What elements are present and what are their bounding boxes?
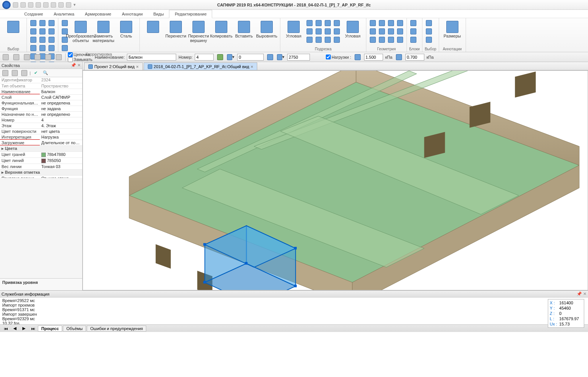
close-tab-icon[interactable]: × — [251, 64, 253, 69]
render-mode-icon[interactable]: ▾ — [227, 53, 235, 61]
undo-icon[interactable] — [43, 2, 48, 8]
property-row[interactable]: Идентификатор2324 — [0, 77, 82, 83]
ribbon-transform-button[interactable]: Преобразовать объекты — [70, 19, 92, 45]
number-input[interactable] — [195, 54, 214, 61]
ribbon-rect3-icon[interactable] — [47, 36, 56, 44]
property-row[interactable]: Цвет поверхностинет цвета — [0, 128, 82, 134]
mode-spline-icon[interactable] — [23, 53, 31, 61]
height-input[interactable] — [287, 54, 310, 61]
menu-tab-Создание[interactable]: Создание — [19, 10, 48, 18]
ribbon-fill2-icon[interactable] — [47, 44, 56, 52]
ribbon-Блоки-0-2-icon[interactable] — [409, 36, 418, 44]
az-view-icon[interactable] — [11, 69, 19, 77]
property-row[interactable]: НаименованиеБалкон — [0, 89, 82, 94]
link-height-icon[interactable] — [266, 53, 274, 61]
app-logo[interactable] — [2, 1, 11, 9]
ribbon-Выбор-0-2-icon[interactable] — [425, 36, 433, 44]
ribbon-angle-button[interactable]: Угловая — [283, 19, 305, 45]
ribbon-Геометрия-0-0-icon[interactable] — [369, 19, 377, 27]
property-row[interactable]: Функцияне задана — [0, 106, 82, 111]
log-next-icon[interactable]: ▶ — [20, 324, 28, 333]
ribbon-materials-button[interactable]: Заменить материалы — [92, 19, 114, 45]
properties-grid[interactable]: Идентификатор2324Тип объектаПространство… — [0, 77, 82, 178]
ribbon-Геометрия-2-2-icon[interactable] — [387, 36, 395, 44]
ribbon-Геометрия-1-0-icon[interactable] — [378, 19, 386, 27]
property-row[interactable]: Этаж4. Этаж — [0, 123, 82, 128]
cat-view-icon[interactable] — [1, 69, 9, 77]
filter-icon[interactable] — [20, 69, 28, 77]
property-row[interactable]: СлойСлой САПФИР — [0, 94, 82, 100]
view-tab[interactable]: 2018_04-02-П-1_[P]_7_AP_KP_RF_ifc:Общий … — [144, 62, 258, 70]
redo-icon[interactable] — [51, 2, 56, 8]
ribbon-dims-button[interactable]: Размеры — [441, 19, 463, 45]
load-short-icon[interactable] — [395, 53, 403, 61]
ribbon-Подрезка-0-1-icon[interactable] — [305, 27, 314, 36]
ribbon-move-button[interactable]: Перенести — [165, 19, 187, 45]
log-tab-Ошибки и предупреждения[interactable]: Ошибки и предупреждения — [87, 326, 146, 332]
ribbon-Подрезка-1-1-icon[interactable] — [314, 27, 323, 36]
ribbon-arc2-icon[interactable] — [38, 27, 47, 36]
property-row[interactable]: Назначение по нагр...не определено — [0, 111, 82, 117]
ribbon-Геометрия-0-1-icon[interactable] — [369, 27, 377, 36]
ribbon-Подрезка-1-0-icon[interactable] — [314, 19, 323, 27]
ribbon-align-button[interactable]: Выровнять — [256, 19, 278, 45]
ribbon-Подрезка-2-2-icon[interactable] — [324, 36, 332, 44]
ribbon-Выбор-0-1-icon[interactable] — [425, 27, 433, 36]
property-row[interactable]: Номер4 — [0, 117, 82, 123]
3d-viewport[interactable] — [83, 70, 588, 290]
menu-tab-Виды[interactable]: Виды — [148, 10, 169, 18]
ribbon-Геометрия-2-0-icon[interactable] — [387, 19, 395, 27]
menu-tab-Армирование[interactable]: Армирование — [80, 10, 117, 18]
menu-tab-Аналитика[interactable]: Аналитика — [48, 10, 80, 18]
ribbon-rect2-icon[interactable] — [38, 36, 47, 44]
search-icon[interactable]: 🔍 — [41, 69, 50, 77]
loads-checkbox[interactable]: Нагрузки : — [326, 55, 351, 59]
property-row[interactable]: Вес линииТонкая 03 — [0, 164, 82, 169]
ribbon-paste-button[interactable]: Вставить — [233, 19, 255, 45]
home-icon[interactable] — [58, 2, 64, 8]
log-prev-icon[interactable]: ◀ — [11, 324, 19, 333]
ribbon-Подрезка-0-0-icon[interactable] — [305, 19, 314, 27]
log-tab-Объёмы[interactable]: Объёмы — [63, 326, 86, 332]
ribbon-Подрезка-1-2-icon[interactable] — [314, 36, 323, 44]
property-section[interactable]: ▸ Цвета — [0, 145, 82, 151]
ribbon-Подрезка-0-2-icon[interactable] — [305, 36, 314, 44]
ribbon-Подрезка-2-1-icon[interactable] — [324, 27, 332, 36]
ribbon-line2-icon[interactable] — [38, 19, 47, 27]
ribbon-Геометрия-3-0-icon[interactable] — [396, 19, 404, 27]
save-icon[interactable] — [28, 2, 33, 8]
mode-pick-icon[interactable] — [55, 53, 63, 61]
load-long-icon[interactable] — [353, 53, 362, 61]
mode-line-icon[interactable] — [2, 53, 10, 61]
ribbon-Выбор-0-0-icon[interactable] — [425, 19, 433, 27]
chain-checkbox[interactable]: Цепочка — [68, 52, 92, 57]
log-last-icon[interactable]: ⏭ — [29, 324, 37, 333]
load-short-input[interactable] — [405, 54, 424, 61]
close-checkbox[interactable]: Замыкать — [68, 57, 92, 62]
close-icon[interactable]: ✕ — [77, 63, 81, 67]
mode-arc-icon[interactable] — [12, 53, 20, 61]
ribbon-Блоки-0-1-icon[interactable] — [409, 27, 418, 36]
ribbon-clone-icon[interactable] — [61, 44, 69, 52]
close-icon[interactable]: ✕ — [583, 291, 586, 296]
open-icon[interactable] — [20, 2, 26, 8]
ribbon-rect-icon[interactable] — [29, 36, 38, 44]
apply-icon[interactable]: ✔ — [32, 69, 40, 77]
attach-mode-icon[interactable]: ▾ — [277, 53, 285, 61]
ribbon-Блоки-0-0-icon[interactable] — [409, 19, 418, 27]
offset-input[interactable] — [237, 54, 264, 61]
close-tab-icon[interactable]: × — [136, 64, 138, 69]
property-row[interactable]: Тип объектаПространство — [0, 83, 82, 89]
ribbon-Геометрия-3-1-icon[interactable] — [396, 27, 404, 36]
ribbon-fill-icon[interactable] — [38, 44, 47, 52]
property-row[interactable]: ИнтерпретацияНагрузка — [0, 134, 82, 140]
menu-tab-Редактирование[interactable]: Редактирование — [169, 10, 212, 18]
ribbon-line-icon[interactable] — [29, 19, 38, 27]
name-input[interactable] — [127, 54, 176, 61]
log-first-icon[interactable]: ⏮ — [2, 324, 10, 333]
view-tab[interactable]: Проект 2:Общий вид× — [84, 62, 143, 70]
ribbon-Подрезка-3-0-icon[interactable] — [333, 19, 341, 27]
property-row[interactable]: Цвет граней78b47880 — [0, 151, 82, 157]
ribbon-Подрезка-3-2-icon[interactable] — [333, 36, 341, 44]
property-section[interactable]: ▸ Верхняя отметка — [0, 169, 82, 175]
